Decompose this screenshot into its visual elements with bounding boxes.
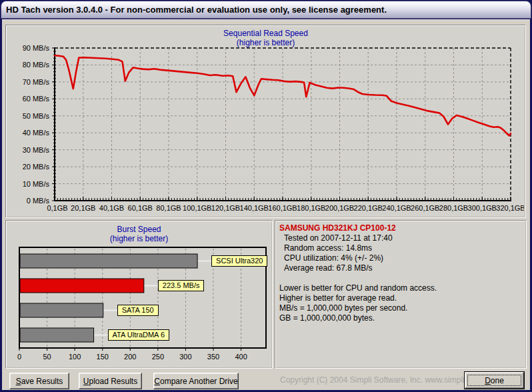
svg-text:200,1GB: 200,1GB (325, 204, 354, 212)
window-body: Sequential Read Speed (higher is better)… (2, 19, 530, 390)
svg-text:140,1GB: 140,1GB (240, 204, 269, 212)
svg-text:240,1GB: 240,1GB (382, 204, 411, 212)
svg-text:300,1GB: 300,1GB (468, 204, 497, 212)
svg-text:20 MB/s: 20 MB/s (23, 163, 50, 171)
svg-text:80 MB/s: 80 MB/s (23, 61, 50, 69)
note-mbs-definition: MB/s = 1,000,000 bytes per second. (279, 303, 522, 313)
svg-text:350: 350 (207, 353, 219, 361)
svg-text:50: 50 (43, 353, 51, 361)
note-higher-better: Higher is better for average read. (279, 293, 522, 303)
cpu-utilization-line: CPU utilization: 4% (+/- 2%) (279, 253, 522, 263)
hd-tach-window: HD Tach version 3.0.4.0 - For non-commer… (0, 0, 532, 392)
burst-speed-chart: 050100150200250300350400 (6, 221, 271, 367)
svg-text:70 MB/s: 70 MB/s (23, 78, 50, 86)
save-results-button[interactable]: Save Results (9, 373, 69, 389)
svg-text:250: 250 (152, 353, 164, 361)
svg-text:60,1GB: 60,1GB (128, 204, 153, 212)
svg-text:40 MB/s: 40 MB/s (23, 129, 50, 137)
sequential-read-chart: 90 MB/s80 MB/s70 MB/s60 MB/s50 MB/s40 MB… (6, 44, 524, 216)
burst-bar-label-0: SCSI Ultra320 (211, 255, 267, 267)
svg-text:260,1GB: 260,1GB (411, 204, 439, 212)
svg-text:60 MB/s: 60 MB/s (23, 95, 50, 103)
burst-bar-3 (20, 328, 94, 342)
svg-text:160,1GB: 160,1GB (268, 204, 297, 212)
svg-text:90 MB/s: 90 MB/s (23, 44, 50, 52)
svg-text:10 MB/s: 10 MB/s (23, 180, 50, 188)
drive-info-panel: SAMSUNG HD321KJ CP100-12 Tested on 2007-… (275, 220, 527, 369)
svg-text:0 MB/s: 0 MB/s (27, 197, 50, 205)
note-gb-definition: GB = 1,000,000,000 bytes. (279, 313, 522, 323)
copyright-text: Copyright (C) 2004 Simpli Software, Inc.… (280, 375, 467, 385)
done-button[interactable]: Done (465, 372, 524, 389)
svg-text:280,1GB: 280,1GB (439, 204, 468, 212)
svg-text:120,1GB: 120,1GB (211, 204, 240, 212)
svg-text:20,1GB: 20,1GB (71, 204, 95, 212)
svg-text:220,1GB: 220,1GB (354, 204, 383, 212)
burst-bar-0 (20, 254, 197, 268)
svg-text:100: 100 (69, 353, 81, 361)
svg-text:0,1GB: 0,1GB (47, 204, 67, 212)
svg-text:150: 150 (97, 353, 109, 361)
sequential-read-line (55, 55, 511, 135)
tested-on-line: Tested on 2007-12-11 at 17:40 (279, 233, 522, 243)
svg-text:80,1GB: 80,1GB (156, 204, 181, 212)
window-title: HD Tach version 3.0.4.0 - For non-commer… (6, 5, 387, 15)
burst-bar-label-3: ATA UltraDMA 6 (108, 329, 169, 341)
sequential-read-chart-title: Sequential Read Speed (6, 29, 525, 38)
svg-text:180,1GB: 180,1GB (297, 204, 325, 212)
svg-text:30 MB/s: 30 MB/s (23, 146, 50, 154)
drive-name: SAMSUNG HD321KJ CP100-12 (279, 223, 522, 233)
svg-text:200: 200 (124, 353, 136, 361)
random-access-line: Random access: 14.8ms (279, 243, 522, 253)
burst-bar-1 (20, 279, 144, 293)
burst-speed-panel: Burst Speed (higher is better) 050100150… (5, 220, 273, 369)
svg-text:100,1GB: 100,1GB (183, 204, 211, 212)
burst-bar-label-2: SATA 150 (117, 305, 159, 316)
svg-text:40,1GB: 40,1GB (99, 204, 124, 212)
note-lower-better: Lower is better for CPU and random acces… (279, 283, 522, 293)
upload-results-button[interactable]: Upload Results (79, 373, 142, 389)
burst-bar-label-1: 223.5 MB/s (158, 280, 205, 291)
svg-text:0: 0 (17, 353, 21, 361)
svg-text:50 MB/s: 50 MB/s (23, 112, 50, 120)
svg-text:400: 400 (235, 353, 247, 361)
title-bar[interactable]: HD Tach version 3.0.4.0 - For non-commer… (1, 1, 531, 19)
svg-text:300: 300 (179, 353, 191, 361)
burst-bar-2 (20, 303, 103, 317)
info-spacer (279, 273, 522, 283)
sequential-read-panel: Sequential Read Speed (higher is better)… (5, 25, 526, 218)
svg-text:320,1GB: 320,1GB (496, 204, 524, 212)
average-read-line: Average read: 67.8 MB/s (279, 263, 522, 273)
compare-another-drive-button[interactable]: Compare Another Drive (153, 373, 239, 389)
